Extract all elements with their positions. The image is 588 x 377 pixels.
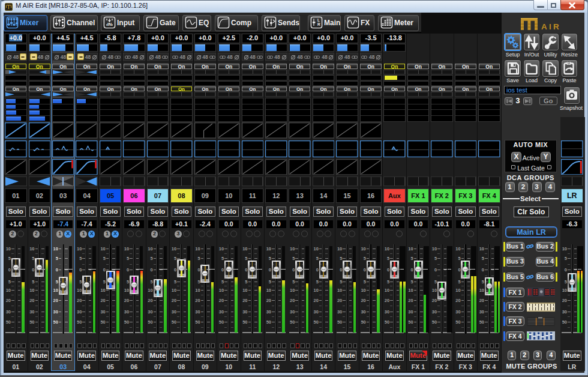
svg-text:IN: IN — [107, 22, 112, 26]
svg-text:L: L — [317, 18, 320, 22]
svg-text:R: R — [317, 22, 320, 26]
svg-text:AIR: AIR — [541, 22, 561, 31]
